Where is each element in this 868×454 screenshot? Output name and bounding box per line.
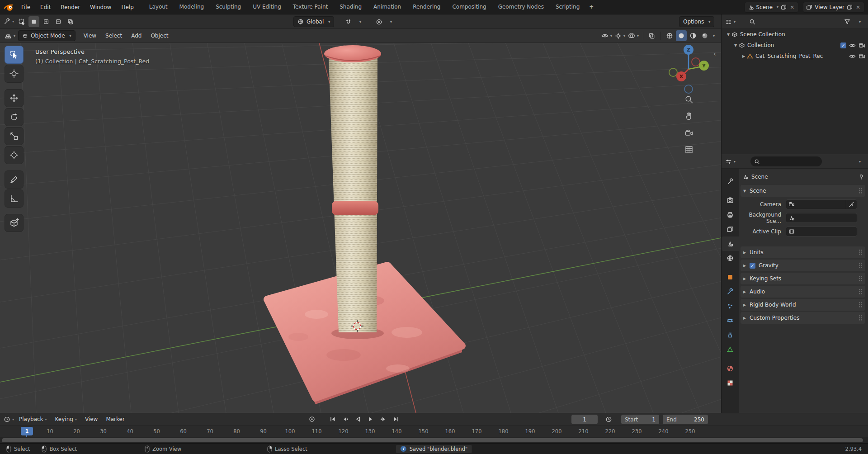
outliner-filter-dropdown[interactable]: ▾ — [854, 16, 864, 27]
workspace-tab[interactable]: Geometry Nodes — [492, 0, 550, 14]
view-layer-selector[interactable]: View Layer × — [803, 2, 864, 13]
snap-options-dropdown[interactable]: ▾ — [354, 16, 365, 27]
select-mode-set-button[interactable] — [28, 16, 39, 27]
pin-icon[interactable] — [858, 174, 864, 180]
tool-scale[interactable] — [5, 127, 24, 145]
previous-keyframe-button[interactable] — [340, 414, 351, 424]
view-menu[interactable]: View — [81, 416, 102, 422]
disclosure-triangle-icon[interactable]: ▶ — [741, 54, 747, 58]
outliner-row-object[interactable]: ▶ Cat_Scratching_Post_Rec — [722, 51, 868, 61]
tab-material[interactable] — [722, 361, 739, 376]
workspace-tab[interactable]: Sculpting — [210, 0, 247, 14]
panel-drag-handle[interactable] — [859, 188, 863, 194]
timeline-ruler[interactable]: 1020304050607080901001101201301401501601… — [0, 425, 868, 437]
collection-checkbox[interactable]: ✓ — [840, 43, 846, 48]
toggle-ortho-button[interactable] — [683, 144, 695, 156]
axis-y-ball[interactable]: Y — [699, 61, 709, 71]
timeline-scrollbar[interactable] — [0, 437, 868, 443]
panel-drag-handle[interactable] — [859, 249, 863, 255]
mode-dropdown[interactable]: Object Mode ▾ — [18, 30, 75, 41]
marker-menu[interactable]: Marker — [102, 416, 128, 422]
tab-object[interactable] — [722, 270, 739, 284]
shading-wireframe-button[interactable] — [664, 30, 675, 41]
workspace-tab[interactable]: Modeling — [174, 0, 210, 14]
panel-drag-handle[interactable] — [859, 315, 863, 321]
active-tool-box-select-icon[interactable] — [16, 16, 27, 27]
viewport-menu-item[interactable]: View — [79, 29, 101, 43]
jump-to-end-button[interactable] — [391, 414, 401, 424]
axis-z-negative-ball[interactable] — [684, 85, 693, 93]
tool-select-box[interactable] — [5, 46, 24, 64]
camera-view-button[interactable] — [683, 127, 695, 139]
keying-sets-panel-header[interactable]: ▶ Keying Sets — [741, 273, 865, 284]
tab-render[interactable] — [722, 193, 739, 208]
outliner-filter-button[interactable] — [842, 16, 853, 27]
end-frame-field[interactable]: End 250 — [663, 415, 708, 424]
outliner-item-label[interactable]: Scene Collection — [740, 31, 785, 38]
panel-drag-handle[interactable] — [859, 275, 863, 282]
tool-rotate[interactable] — [5, 108, 24, 126]
tab-world[interactable] — [722, 251, 739, 265]
show-overlays-dropdown[interactable]: ▾ — [627, 30, 640, 41]
axis-z-ball[interactable]: Z — [684, 45, 693, 55]
shading-rendered-button[interactable] — [699, 30, 710, 41]
tab-output[interactable] — [722, 208, 739, 222]
use-preview-range-button[interactable] — [603, 414, 614, 424]
viewport-editor-type-button[interactable]: ▾ — [4, 30, 16, 41]
workspace-tab[interactable]: Shading — [334, 0, 368, 14]
tool-annotate[interactable] — [5, 170, 24, 189]
axis-x-ball[interactable]: X — [676, 71, 686, 81]
select-mode-subtract-button[interactable] — [53, 16, 64, 27]
playhead-badge[interactable]: 1 — [21, 427, 33, 435]
current-frame-field[interactable]: 1 — [571, 415, 598, 424]
workspace-tab[interactable]: UV Editing — [247, 0, 287, 14]
menu-item[interactable]: Render — [56, 0, 85, 14]
viewport-menu-item[interactable]: Select — [101, 29, 127, 43]
next-keyframe-button[interactable] — [378, 414, 389, 424]
tab-physics[interactable] — [722, 313, 739, 328]
axis-x-negative-ball[interactable] — [692, 58, 700, 66]
shading-material-button[interactable] — [688, 30, 698, 41]
blender-logo-icon[interactable] — [4, 2, 14, 12]
scene-selector[interactable]: Scene ▾ × — [745, 2, 799, 13]
outliner-search-button[interactable] — [747, 16, 758, 27]
outliner-item-label[interactable]: Cat_Scratching_Post_Rec — [755, 53, 823, 59]
zoom-view-button[interactable] — [683, 94, 695, 105]
panel-drag-handle[interactable] — [859, 262, 863, 269]
outliner-row-collection[interactable]: ▼ Collection ✓ — [722, 40, 868, 51]
axis-gizmo[interactable]: Z Y X — [664, 44, 713, 94]
snap-toggle-button[interactable] — [343, 16, 354, 27]
tool-settings-editor-button[interactable]: ▾ — [3, 16, 15, 27]
properties-options-dropdown[interactable]: ▾ — [854, 156, 864, 167]
units-panel-header[interactable]: ▶ Units — [741, 246, 865, 258]
viewport-3d[interactable]: User Perspective (1) Collection | Cat_Sc… — [0, 43, 721, 413]
auto-keying-button[interactable] — [307, 414, 317, 424]
disclosure-triangle-icon[interactable]: ▼ — [732, 43, 739, 47]
scratching-post-object[interactable] — [267, 45, 462, 404]
menu-item[interactable]: Edit — [35, 0, 56, 14]
select-mode-intersect-button[interactable] — [65, 16, 76, 27]
tool-add-cube[interactable] — [5, 214, 24, 232]
start-frame-field[interactable]: Start 1 — [621, 415, 659, 424]
proportional-editing-dropdown[interactable]: ▾ — [385, 16, 396, 27]
xray-toggle-button[interactable] — [646, 30, 657, 41]
hide-in-viewport-eye-icon[interactable] — [849, 42, 856, 49]
tab-tool[interactable] — [722, 174, 739, 189]
scrollbar-thumb[interactable] — [2, 438, 863, 442]
audio-panel-header[interactable]: ▶ Audio — [741, 286, 865, 298]
play-button[interactable] — [365, 414, 376, 424]
timeline-editor-type-button[interactable]: ▾ — [3, 414, 15, 425]
workspace-tab[interactable]: Animation — [368, 0, 407, 14]
tab-constraints[interactable] — [722, 328, 739, 342]
disable-in-renders-camera-icon[interactable] — [859, 42, 865, 49]
tab-scene[interactable] — [722, 236, 739, 251]
duplicate-icon[interactable] — [781, 4, 787, 10]
scene-panel-header[interactable]: ▼ Scene — [741, 185, 865, 197]
jump-to-start-button[interactable] — [327, 414, 338, 424]
object-visibility-dropdown[interactable]: ▾ — [600, 30, 613, 41]
camera-field[interactable] — [786, 199, 857, 209]
tool-move[interactable] — [5, 89, 24, 107]
workspace-tab[interactable]: Texture Paint — [287, 0, 334, 14]
select-mode-extend-button[interactable] — [41, 16, 52, 27]
close-icon[interactable]: × — [789, 5, 795, 10]
